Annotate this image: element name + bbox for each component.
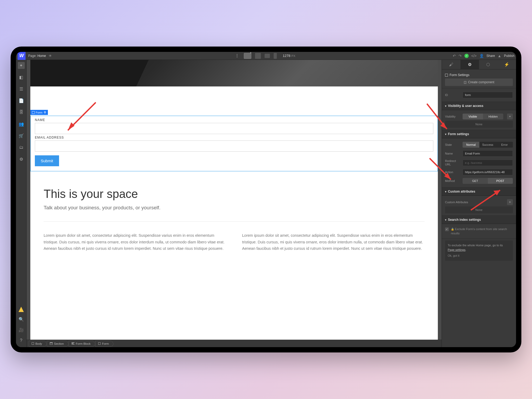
state-success[interactable]: Success [479,142,496,148]
navigator-icon[interactable]: ☰ [18,85,25,92]
ecommerce-icon[interactable]: 🛒 [18,132,25,139]
share-button[interactable]: Share [487,54,495,58]
form-name-label: Name [445,152,460,155]
page-settings-link[interactable]: Page settings [448,248,466,251]
style-tab[interactable]: 🖌 [442,60,460,69]
state-normal[interactable]: Normal [463,142,479,148]
assets-icon[interactable]: 🗂 [18,144,25,151]
form-element[interactable]: NAME EMAIL ADDRESS Submit [30,116,438,171]
pages-icon[interactable]: 📄 [18,97,25,104]
cube-icon[interactable]: ◧ [18,74,25,81]
divider [44,221,425,222]
gear-icon[interactable]: ⚙ [44,111,46,114]
add-visibility-button[interactable]: + [507,114,513,119]
add-attribute-button[interactable]: + [507,199,513,205]
ok-got-it-button[interactable]: Ok, got it [448,253,510,258]
add-element-button[interactable]: + [18,62,25,69]
page-subtitle[interactable]: Talk about your business, your products,… [44,205,425,211]
desktop-breakpoint-button[interactable] [244,53,251,59]
visible-option[interactable]: Visible [463,114,483,119]
tablet-breakpoint-button[interactable] [255,53,261,59]
more-icon[interactable] [237,54,238,57]
page-heading[interactable]: This is your space [44,187,425,201]
breadcrumb-section[interactable]: Section [47,341,66,347]
style-manager-tab[interactable]: ⬡ [479,60,498,69]
cube-icon: ◫ [464,80,467,84]
selection-label: Form [36,111,43,114]
users-icon[interactable]: 👥 [18,120,25,127]
breadcrumb-body[interactable]: Body [29,341,45,347]
name-field-label: NAME [35,118,433,122]
redo-icon[interactable]: ↷ [459,54,462,58]
form-settings-section-header[interactable]: Form settings [442,130,516,138]
action-label: Action [445,171,460,174]
canvas[interactable]: Form ⚙ NAME EMAIL ADDRESS Submit This is… [30,60,438,340]
redirect-label: Redirect URL [445,159,460,166]
page-settings-hint: To exclude the whole Home page, go to it… [445,240,513,261]
custom-attributes-none: None [445,206,513,213]
phone-breakpoint-button[interactable] [274,53,277,59]
visibility-section-header[interactable]: Visibility & user access [442,102,516,110]
action-input[interactable] [463,169,513,175]
code-icon[interactable]: </> [471,54,477,58]
search-index-section-header[interactable]: Search index settings [442,216,516,224]
status-check-icon[interactable]: ✓ [464,54,469,58]
visibility-label: Visibility [445,115,460,118]
selection-tag[interactable]: Form ⚙ [30,110,48,115]
method-get[interactable]: GET [463,178,488,184]
visibility-none: None [445,121,513,128]
breadcrumb-form-block[interactable]: Form Block [69,341,93,347]
cms-icon[interactable]: 🗄 [18,109,25,116]
video-icon[interactable]: 🎥 [18,326,25,333]
state-error[interactable]: Error [496,142,513,148]
body-text-left[interactable]: Lorem ipsum dolor sit amet, consectetur … [44,232,226,252]
interactions-tab[interactable]: ⚡ [497,60,516,69]
form-settings-header: Form Settings [445,72,513,78]
body-text-right[interactable]: Lorem ipsum dolor sit amet, consectetur … [242,232,425,252]
publish-icon: ▲ [498,54,501,58]
settings-tab[interactable]: ⚙ [460,60,479,69]
name-input[interactable] [35,123,433,134]
form-name-input[interactable] [463,150,513,157]
create-component-button[interactable]: ◫Create component [445,78,513,86]
method-post[interactable]: POST [488,178,513,184]
method-label: Method [445,179,460,182]
webflow-logo[interactable]: W [18,52,26,60]
page-label: Page: Home [28,54,46,58]
lock-icon: 🔒 [451,228,454,231]
hidden-option[interactable]: Hidden [483,114,504,119]
help-icon[interactable]: ? [18,337,25,344]
preview-icon[interactable]: 👁 [49,54,52,58]
redirect-input[interactable] [463,160,513,166]
custom-attributes-section-header[interactable]: Custom attributes [442,188,516,196]
breadcrumb: Body Section Form Block Form [27,340,442,347]
canvas-width: 1278PX [283,54,296,58]
settings-icon[interactable]: ⚙ [18,156,25,163]
right-panel: 🖌 ⚙ ⬡ ⚡ Form Settings ◫Create component … [442,60,516,347]
publish-button[interactable]: Publish [504,54,514,58]
custom-attributes-label: Custom Attributes [445,201,503,204]
exclude-checkbox[interactable]: ✓ [445,227,449,231]
warning-icon[interactable] [19,307,24,312]
top-bar: W Page: Home 👁 1278PX ↶ ↷ ✓ </> 👤 Share … [16,52,516,60]
id-input[interactable] [463,92,513,98]
state-label: State [445,143,460,146]
submit-button[interactable]: Submit [35,155,59,166]
left-sidebar: + ◧ ☰ 📄 🗄 👥 🛒 🗂 ⚙ 🔍 🎥 ? [16,60,27,347]
hero-section[interactable] [30,60,438,86]
form-icon [32,111,35,114]
email-field-label: EMAIL ADDRESS [35,136,433,139]
exclude-text: 🔒Exclude Form's content from site search… [451,227,513,235]
email-input[interactable] [35,140,433,152]
phone-landscape-breakpoint-button[interactable] [265,54,270,58]
user-icon: 👤 [479,54,484,58]
breadcrumb-form[interactable]: Form [95,341,111,347]
id-label: ID [445,93,460,97]
undo-icon[interactable]: ↶ [453,54,456,58]
search-icon[interactable]: 🔍 [18,316,25,323]
